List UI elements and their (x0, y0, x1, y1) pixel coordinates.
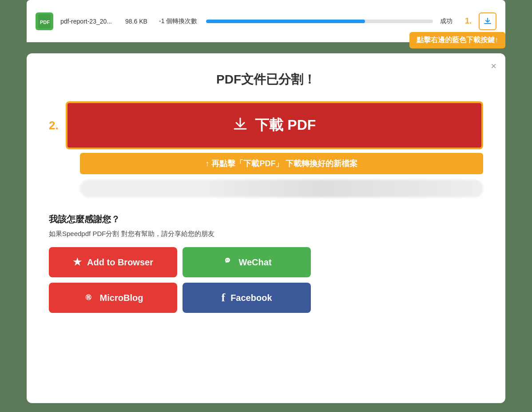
svg-text:PDF: PDF (40, 20, 50, 25)
modal-title: PDF文件已分割！ (49, 71, 483, 88)
step1-label: 1. (465, 16, 472, 26)
tooltip-bottom: ↑ 再點擊「下載PDF」 下載轉換好的新檔案 (80, 153, 483, 174)
wechat-icon (222, 255, 233, 269)
status-text: 成功 (440, 17, 458, 25)
file-name: pdf-report-23_20... (60, 18, 118, 25)
facebook-button[interactable]: f Facebook (183, 283, 311, 313)
conversion-count: -1 個轉換次數 (159, 17, 199, 25)
star-icon: ★ (73, 256, 82, 268)
blurred-content (80, 180, 483, 197)
microblog-label: MicroBlog (100, 293, 143, 303)
download-pdf-icon (233, 116, 248, 135)
microblog-icon: ㊗ (83, 291, 95, 305)
close-button[interactable]: × (491, 60, 496, 72)
thank-you-title: 我該怎麼感謝您？ (49, 213, 483, 225)
step2-label: 2. (49, 119, 59, 132)
svg-point-4 (228, 260, 229, 260)
pdf-file-icon: PDF (36, 12, 53, 30)
download-pdf-button[interactable]: 下載 PDF (66, 101, 483, 149)
svg-text:㊗: ㊗ (85, 293, 91, 300)
microblog-button[interactable]: ㊗ MicroBlog (49, 283, 177, 313)
add-to-browser-button[interactable]: ★ Add to Browser (49, 247, 177, 277)
modal-dialog: × PDF文件已分割！ 2. 下載 PDF ↑ 再點擊「下載PDF」 下載轉換好… (27, 53, 505, 403)
download-pdf-label: 下載 PDF (255, 116, 316, 135)
social-buttons-grid: ★ Add to Browser WeChat ㊗ MicroBl (49, 247, 311, 313)
facebook-label: Facebook (230, 293, 272, 303)
tooltip-download: 點擊右邊的藍色下載按鍵↑ (409, 32, 505, 48)
svg-point-3 (226, 260, 227, 260)
facebook-icon: f (221, 291, 225, 304)
file-size: 98.6 KB (125, 18, 152, 25)
download-icon-button[interactable] (479, 12, 496, 30)
wechat-button[interactable]: WeChat (183, 247, 311, 277)
thank-you-desc: 如果Speedpdf PDF分割 對您有幫助，請分享給您的朋友 (49, 230, 483, 238)
progress-bar-fill (206, 20, 365, 23)
download-section: 2. 下載 PDF (49, 101, 483, 149)
progress-bar (206, 20, 433, 23)
add-browser-label: Add to Browser (87, 257, 153, 268)
wechat-label: WeChat (238, 257, 271, 268)
